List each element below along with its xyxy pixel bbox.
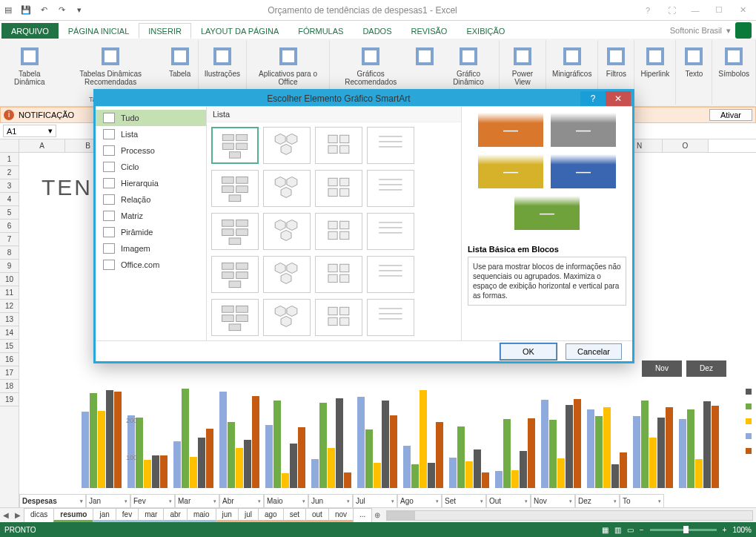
new-sheet-icon[interactable]: ⊕ [371, 511, 383, 519]
row-1[interactable]: 1 [0, 153, 19, 166]
account-area[interactable]: Softonic Brasil ▾ [670, 22, 752, 39]
horizontal-scrollbar[interactable] [386, 510, 753, 521]
smartart-thumb[interactable] [211, 213, 259, 250]
tab-file[interactable]: ARQUIVO [1, 23, 59, 39]
dialog-close-icon[interactable]: ✕ [606, 91, 631, 106]
redo-icon[interactable]: ↷ [55, 4, 68, 17]
row-17[interactable]: 17 [0, 366, 19, 380]
close-icon[interactable]: ✕ [732, 4, 753, 17]
smartart-thumb[interactable] [367, 299, 414, 336]
sheet-tab-ago[interactable]: ago [258, 508, 284, 522]
select-all-corner[interactable] [0, 139, 19, 152]
category-pirâmide[interactable]: Pirâmide [96, 224, 206, 240]
sheet-tab-...[interactable]: ... [353, 508, 372, 522]
sheet-tab-jul[interactable]: jul [238, 508, 259, 522]
smartart-thumb[interactable] [367, 127, 414, 164]
row-8[interactable]: 8 [0, 246, 19, 260]
row-19[interactable]: 19 [0, 393, 19, 406]
smartart-thumb[interactable] [315, 256, 362, 293]
activate-button[interactable]: Ativar [709, 109, 752, 121]
hdr-mar[interactable]: Mar▾ [175, 494, 219, 509]
zoom-in-icon[interactable]: + [723, 526, 727, 534]
ok-button[interactable]: OK [500, 343, 557, 360]
tab-exibi-o[interactable]: EXIBIÇÃO [457, 23, 514, 39]
hdr-jul[interactable]: Jul▾ [353, 494, 397, 509]
hdr-to[interactable]: To▾ [620, 494, 664, 509]
row-2[interactable]: 2 [0, 166, 19, 179]
maximize-icon[interactable]: ☐ [709, 4, 729, 17]
col-O[interactable]: O [663, 139, 709, 152]
name-box[interactable]: A1 ▾ [3, 125, 56, 137]
qat-dropdown-icon[interactable]: ▾ [73, 4, 86, 17]
row-10[interactable]: 10 [0, 273, 19, 286]
hdr-dez[interactable]: Dez▾ [575, 494, 620, 509]
tab-dados[interactable]: DADOS [353, 23, 401, 39]
tab-f-rmulas[interactable]: FÓRMULAS [288, 23, 353, 39]
sheet-tab-maio[interactable]: maio [187, 508, 216, 522]
ribbon-gr-fico-din-mico[interactable]: Gráfico Dinâmico [442, 43, 494, 88]
zoom-out-icon[interactable]: − [640, 526, 644, 534]
smartart-thumb[interactable] [315, 127, 362, 164]
hdr-maio[interactable]: Maio▾ [264, 494, 308, 509]
category-officecom[interactable]: Office.com [96, 257, 206, 273]
smartart-thumb[interactable] [263, 256, 311, 293]
category-matriz[interactable]: Matriz [96, 208, 206, 224]
row-14[interactable]: 14 [0, 326, 19, 340]
view-normal-icon[interactable]: ▦ [602, 526, 609, 534]
dialog-titlebar[interactable]: Escolher Elemento Gráfico SmartArt ? ✕ [96, 91, 632, 106]
ribbon-minigr-ficos[interactable]: Minigráficos [551, 43, 593, 79]
smartart-thumb[interactable] [367, 256, 414, 293]
ribbon-filtros[interactable]: Filtros [603, 43, 629, 79]
row-3[interactable]: 3 [0, 179, 19, 193]
sheet-tab-set[interactable]: set [283, 508, 306, 522]
help-icon[interactable]: ? [637, 4, 658, 17]
cancel-button[interactable]: Cancelar [566, 343, 622, 360]
gallery-grid[interactable] [207, 122, 461, 340]
row-7[interactable]: 7 [0, 233, 19, 246]
category-processo[interactable]: Processo [96, 142, 206, 159]
smartart-thumb[interactable] [211, 127, 259, 164]
sheet-nav-next-icon[interactable]: ▶ [12, 511, 24, 519]
ribbon-hiperlink[interactable]: Hiperlink [639, 43, 671, 79]
row-13[interactable]: 13 [0, 313, 19, 326]
avatar[interactable] [735, 22, 752, 39]
smartart-thumb[interactable] [367, 213, 414, 250]
smartart-thumb[interactable] [211, 256, 259, 293]
ribbon-options-icon[interactable]: ⛶ [661, 4, 682, 17]
sheet-tab-jun[interactable]: jun [216, 508, 239, 522]
smartart-thumb[interactable] [263, 299, 311, 336]
view-pagebreak-icon[interactable]: ▭ [627, 526, 634, 534]
smartart-thumb[interactable] [315, 170, 362, 207]
ribbon-tabela[interactable]: Tabela [167, 43, 193, 88]
smartart-thumb[interactable] [367, 170, 414, 207]
dialog-help-icon[interactable]: ? [580, 91, 606, 106]
name-box-dropdown-icon[interactable]: ▾ [48, 126, 53, 136]
row-6[interactable]: 6 [0, 220, 19, 233]
category-tudo[interactable]: Tudo [96, 110, 206, 126]
view-layout-icon[interactable]: ▥ [614, 526, 621, 534]
hdr-ago[interactable]: Ago▾ [397, 494, 442, 509]
ribbon-item[interactable] [411, 43, 438, 88]
row-18[interactable]: 18 [0, 380, 19, 393]
row-11[interactable]: 11 [0, 286, 19, 300]
ribbon-tabelas-din-micas-recomendadas[interactable]: Tabelas Dinâmicas Recomendadas [59, 43, 162, 88]
tab-p-gina-inicial[interactable]: PÁGINA INICIAL [59, 23, 139, 39]
undo-icon[interactable]: ↶ [37, 4, 50, 17]
sheet-tab-abr[interactable]: abr [163, 508, 187, 522]
sheet-nav-prev-icon[interactable]: ◀ [0, 511, 12, 519]
tab-layout-da-p-gina[interactable]: LAYOUT DA PÁGINA [191, 23, 288, 39]
zoom-value[interactable]: 100% [732, 526, 752, 534]
hdr-jun[interactable]: Jun▾ [308, 494, 353, 509]
smartart-thumb[interactable] [263, 170, 311, 207]
account-dropdown-icon[interactable]: ▾ [726, 26, 731, 36]
sheet-tab-out[interactable]: out [305, 508, 329, 522]
hdr-abr[interactable]: Abr▾ [219, 494, 264, 509]
hdr-nov[interactable]: Nov▾ [531, 494, 575, 509]
ribbon-tabela-din-mica[interactable]: Tabela Dinâmica [4, 43, 55, 88]
sheet-tab-dicas[interactable]: dicas [24, 508, 54, 522]
ribbon-gr-ficos-recomendados[interactable]: Gráficos Recomendados [334, 43, 407, 88]
row-4[interactable]: 4 [0, 193, 19, 206]
smartart-thumb[interactable] [263, 213, 311, 250]
category-ciclo[interactable]: Ciclo [96, 159, 206, 175]
smartart-thumb[interactable] [263, 127, 311, 164]
